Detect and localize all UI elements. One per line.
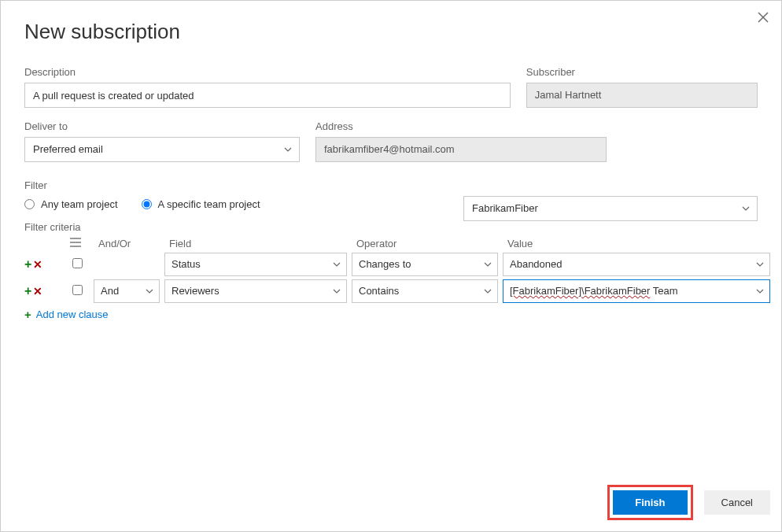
criteria-row: + ✕ StatusChanges toAbandoned <box>24 253 758 276</box>
chevron-down-icon <box>755 260 765 269</box>
andor-select[interactable]: And <box>94 279 160 303</box>
col-value: Value <box>503 238 770 249</box>
finish-highlight: Finish <box>607 485 692 520</box>
description-label: Description <box>24 66 511 78</box>
chevron-down-icon <box>755 286 765 296</box>
operator-select[interactable]: Contains <box>352 279 498 303</box>
description-input[interactable] <box>24 83 511 108</box>
row-checkbox[interactable] <box>72 258 83 268</box>
chevron-down-icon <box>483 260 492 269</box>
subscriber-field: Jamal Hartnett <box>526 83 758 108</box>
cancel-button[interactable]: Cancel <box>704 490 770 515</box>
address-label: Address <box>315 120 607 132</box>
row-checkbox[interactable] <box>72 285 83 295</box>
remove-clause-icon[interactable]: ✕ <box>33 259 42 270</box>
subscriber-label: Subscriber <box>526 66 758 78</box>
radio-specific-team-project[interactable]: A specific team project <box>142 198 260 210</box>
add-clause-icon[interactable]: + <box>24 258 31 271</box>
radio-any-team-project[interactable]: Any team project <box>24 198 118 210</box>
chevron-down-icon <box>741 204 751 213</box>
address-field: fabrikamfiber4@hotmail.com <box>315 137 607 162</box>
add-clause-icon[interactable]: + <box>24 285 31 297</box>
add-new-clause-button[interactable]: + Add new clause <box>24 308 758 321</box>
deliver-to-value: Preferred email <box>33 143 103 155</box>
chevron-down-icon <box>145 286 154 296</box>
col-operator: Operator <box>352 238 498 249</box>
chevron-down-icon <box>332 260 341 269</box>
project-value: FabrikamFiber <box>472 202 538 214</box>
operator-select[interactable]: Changes to <box>352 253 498 276</box>
field-select[interactable]: Status <box>164 253 347 276</box>
plus-icon: + <box>24 308 31 321</box>
filter-label: Filter <box>24 179 758 191</box>
criteria-row: + ✕ AndReviewersContains[FabrikamFiber]\… <box>24 279 758 303</box>
chevron-down-icon <box>283 145 293 154</box>
close-icon[interactable] <box>758 12 769 26</box>
remove-clause-icon[interactable]: ✕ <box>33 286 42 297</box>
deliver-to-select[interactable]: Preferred email <box>24 137 300 162</box>
chevron-down-icon <box>483 286 492 296</box>
col-andor: And/Or <box>94 238 160 249</box>
field-select[interactable]: Reviewers <box>164 279 347 303</box>
col-field: Field <box>164 238 347 249</box>
deliver-to-label: Deliver to <box>24 120 300 132</box>
chevron-down-icon <box>332 286 341 296</box>
value-select[interactable]: [FabrikamFiber]\FabrikamFiber Team <box>503 279 770 303</box>
finish-button[interactable]: Finish <box>613 490 687 515</box>
criteria-header: And/Or Field Operator Value <box>24 238 758 249</box>
page-title: New subscription <box>24 20 758 44</box>
project-select[interactable]: FabrikamFiber <box>463 196 758 221</box>
list-icon <box>70 238 81 247</box>
dialog-footer: Finish Cancel <box>607 485 770 520</box>
new-subscription-dialog: New subscription Description Subscriber … <box>1 1 781 531</box>
filter-criteria-label: Filter criteria <box>24 221 758 233</box>
value-select[interactable]: Abandoned <box>503 253 770 276</box>
